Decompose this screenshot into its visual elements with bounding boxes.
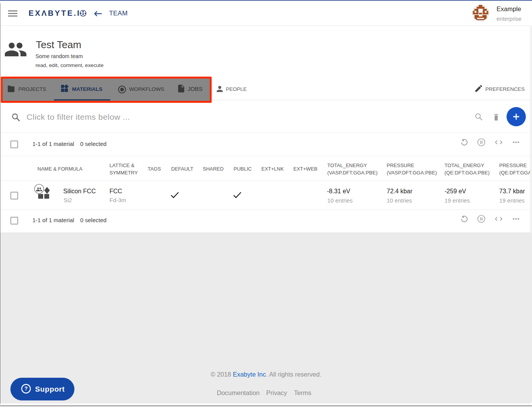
svg-text:?: ? <box>24 385 28 392</box>
